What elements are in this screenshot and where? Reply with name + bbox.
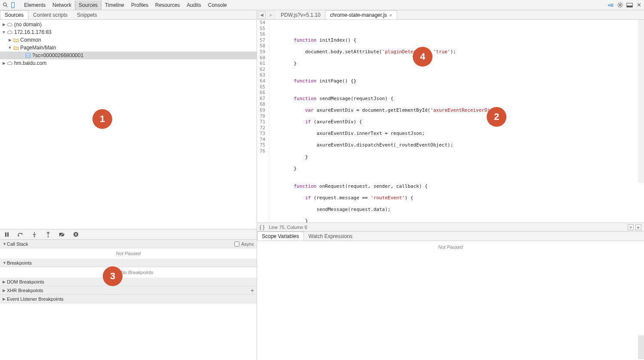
file-tree: ▶ (no domain) ▼ 172.16.1.176:83 ▶ Common…	[0, 20, 257, 68]
close-tab-icon[interactable]: ✕	[389, 13, 393, 18]
tree-node-host[interactable]: ▼ 172.16.1.176:83	[0, 28, 257, 36]
editor-tab-pdw[interactable]: PDW.js?v=5.1.10	[276, 10, 325, 19]
annotation-marker-4: 4	[413, 47, 432, 67]
panel-tabs: Elements Network Sources Timeline Profil…	[21, 0, 230, 10]
tree-node-file[interactable]: <> ?sc=00000266800001	[0, 52, 257, 59]
device-mode-icon[interactable]	[9, 2, 16, 9]
editor-tab-chrome-state[interactable]: chrome-state-manager.js✕	[325, 10, 397, 19]
svg-rect-31	[76, 233, 77, 236]
tree-node-common[interactable]: ▶ Common	[0, 36, 257, 44]
statusbar-btn-2[interactable]: ▸	[635, 224, 641, 230]
section-xhr-breakpoints[interactable]: ▶XHR Breakpoints +	[0, 286, 257, 295]
tree-node-baidu[interactable]: ▶ hm.baidu.com	[0, 59, 257, 67]
navigator-tab-sources[interactable]: Sources	[0, 10, 28, 19]
pause-icon[interactable]	[3, 231, 10, 238]
editor-statusbar: { } Line 75, Column 6 ≡ ▸	[257, 223, 644, 231]
code-content[interactable]: function initIndex() { document.body.set…	[269, 20, 501, 223]
sources-navigator: Sources Content scripts Snippets ▶ (no d…	[0, 10, 257, 229]
svg-rect-30	[75, 233, 76, 236]
svg-rect-6	[611, 5, 613, 5]
section-title: XHR Breakpoints	[7, 288, 43, 293]
section-call-stack[interactable]: ▼Call Stack Async	[0, 240, 257, 248]
tab-profiles[interactable]: Profiles	[128, 0, 152, 10]
close-icon[interactable]: ✕	[635, 2, 642, 9]
svg-point-23	[18, 235, 19, 236]
nav-fwd-icon[interactable]: ▶	[267, 11, 275, 19]
add-xhr-breakpoint-icon[interactable]: +	[251, 287, 254, 294]
scope-pane: Scope Variables Watch Expressions Not Pa…	[257, 231, 644, 360]
svg-rect-7	[611, 6, 613, 6]
svg-line-15	[618, 6, 619, 7]
tree-node-no-domain[interactable]: ▶ (no domain)	[0, 21, 257, 28]
cursor-position: Line 75, Column 6	[269, 225, 307, 230]
cloud-icon	[7, 60, 13, 66]
svg-line-13	[618, 3, 619, 4]
cloud-icon	[7, 21, 13, 27]
tab-network[interactable]: Network	[49, 0, 75, 10]
statusbar-btn-1[interactable]: ≡	[628, 224, 634, 230]
svg-line-1	[6, 6, 7, 7]
svg-rect-4	[610, 4, 610, 6]
scope-body: Not Paused	[257, 241, 644, 253]
scrollbar[interactable]	[638, 336, 644, 359]
section-title: DOM Breakpoints	[7, 279, 44, 284]
tab-audits[interactable]: Audits	[183, 0, 204, 10]
file-icon: <>	[25, 52, 31, 58]
svg-line-16	[621, 3, 622, 4]
section-title: Call Stack	[7, 241, 28, 247]
nav-back-icon[interactable]: ◀	[258, 11, 266, 19]
step-into-icon[interactable]	[31, 231, 38, 238]
tab-resources[interactable]: Resources	[152, 0, 183, 10]
toggle-drawer-icon[interactable]	[607, 2, 614, 9]
svg-line-14	[621, 6, 622, 7]
scrollbar[interactable]	[638, 20, 644, 183]
annotation-marker-2: 2	[487, 107, 506, 127]
search-icon[interactable]	[2, 2, 9, 9]
folder-icon	[13, 45, 19, 51]
async-checkbox[interactable]	[234, 241, 239, 247]
section-title: Event Listener Breakpoints	[7, 296, 63, 302]
svg-rect-21	[5, 232, 6, 237]
devtools-toolbar: Elements Network Sources Timeline Profil…	[0, 0, 644, 10]
tree-label: hm.baidu.com	[14, 60, 46, 66]
tab-console[interactable]: Console	[205, 0, 230, 10]
tab-scope-variables[interactable]: Scope Variables	[257, 232, 304, 241]
annotation-marker-1: 1	[92, 109, 112, 129]
deactivate-breakpoints-icon[interactable]	[58, 231, 65, 238]
svg-point-8	[619, 4, 621, 6]
section-dom-breakpoints[interactable]: ▶DOM Breakpoints	[0, 278, 257, 286]
svg-point-25	[34, 236, 35, 237]
pause-on-exceptions-icon[interactable]	[72, 231, 79, 238]
section-breakpoints[interactable]: ▼Breakpoints	[0, 259, 257, 267]
svg-point-3	[12, 6, 13, 7]
tree-label: Common	[20, 37, 41, 43]
tree-node-pagemain[interactable]: ▼ PageMain/Main	[0, 44, 257, 52]
svg-rect-5	[611, 4, 613, 4]
svg-rect-18	[626, 5, 632, 7]
tab-watch-expressions[interactable]: Watch Expressions	[304, 232, 357, 241]
navigator-tab-content-scripts[interactable]: Content scripts	[28, 10, 72, 19]
step-over-icon[interactable]	[17, 231, 24, 238]
folder-icon	[13, 37, 19, 43]
call-stack-body: Not Paused	[0, 248, 257, 259]
tree-label: ?sc=00000266800001	[32, 52, 83, 58]
tab-sources[interactable]: Sources	[75, 0, 101, 10]
async-label: Async	[241, 241, 254, 247]
navigator-tabs: Sources Content scripts Snippets	[0, 10, 257, 20]
dock-icon[interactable]	[626, 2, 633, 9]
navigator-tab-snippets[interactable]: Snippets	[72, 10, 102, 19]
debugger-toolbar	[0, 229, 257, 240]
section-event-listener-breakpoints[interactable]: ▶Event Listener Breakpoints	[0, 295, 257, 303]
step-out-icon[interactable]	[45, 231, 52, 238]
code-editor-pane: ◀ ▶ PDW.js?v=5.1.10 chrome-state-manager…	[257, 10, 644, 231]
tree-label: PageMain/Main	[20, 45, 56, 51]
svg-rect-22	[7, 232, 9, 237]
pretty-print-icon[interactable]: { }	[260, 224, 264, 230]
gear-icon[interactable]	[616, 2, 623, 9]
tab-elements[interactable]: Elements	[21, 0, 49, 10]
editor-tabs: ◀ ▶ PDW.js?v=5.1.10 chrome-state-manager…	[257, 10, 644, 20]
tree-label: (no domain)	[14, 21, 42, 27]
code-editor[interactable]: 5455565758596061626364656667686970717273…	[257, 20, 644, 223]
annotation-marker-3: 3	[103, 266, 123, 286]
tab-timeline[interactable]: Timeline	[101, 0, 128, 10]
